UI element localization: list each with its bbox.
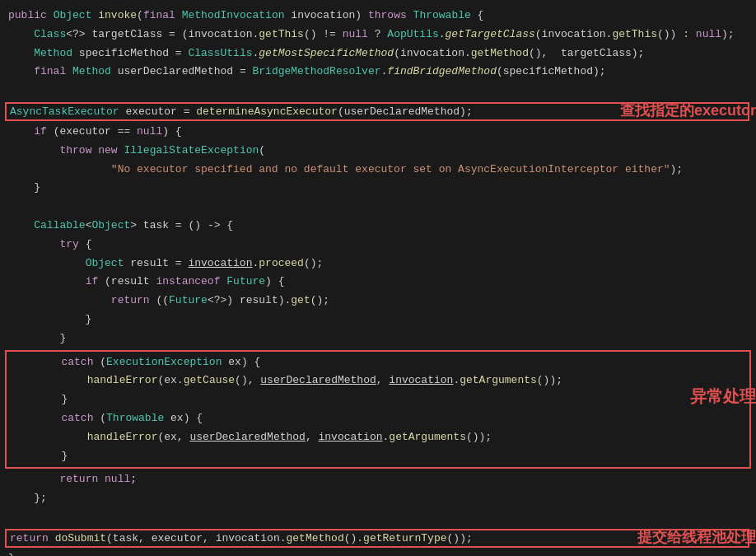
- code-line-16: return ((Future<?>) result).get();: [0, 292, 756, 311]
- code-line-7: if (executor == null) {: [0, 123, 756, 142]
- annotation-submit: 提交给线程池处理: [637, 527, 756, 547]
- code-line-8: throw new IllegalStateException(: [0, 142, 756, 161]
- submit-highlight-row: return doSubmit(task, executor, invocati…: [5, 529, 751, 548]
- code-line-18: }: [0, 329, 756, 348]
- code-line-1: public Object invoke(final MethodInvocat…: [0, 7, 756, 26]
- code-line-23: handleError(ex, userDeclaredMethod, invo…: [10, 428, 746, 447]
- code-line-22: catch (Throwable ex) {: [10, 409, 746, 428]
- code-line-19: catch (ExecutionException ex) {: [10, 353, 746, 372]
- catch-highlight-row: catch (ExecutionException ex) { handleEr…: [5, 350, 751, 470]
- code-line-10: }: [0, 179, 756, 198]
- code-line-17: }: [0, 311, 756, 329]
- code-line-15: if (result instanceof Future) {: [0, 273, 756, 292]
- code-line-4: final Method userDeclaredMethod = Bridge…: [0, 63, 756, 82]
- executor-highlight-row: AsyncTaskExecutor executor = determineAs…: [5, 102, 751, 121]
- catch-box: catch (ExecutionException ex) { handleEr…: [5, 350, 751, 470]
- code-line-9: "No executor specified and no default ex…: [0, 161, 756, 180]
- code-line-27: [0, 508, 756, 527]
- annotation-catch: 异常处理: [690, 385, 756, 408]
- code-line-25: return null;: [0, 470, 756, 489]
- code-line-2: Class<?> targetClass = (invocation.getTh…: [0, 26, 756, 44]
- code-line-14: Object result = invocation.proceed();: [0, 255, 756, 273]
- code-line-5: [0, 82, 756, 100]
- code-line-11: [0, 198, 756, 217]
- code-container: public Object invoke(final MethodInvocat…: [0, 0, 756, 556]
- code-line-24: }: [10, 447, 746, 466]
- code-line-13: try {: [0, 236, 756, 255]
- code-line-3: Method specificMethod = ClassUtils.getMo…: [0, 44, 756, 63]
- code-line-12: Callable<Object> task = () -> {: [0, 217, 756, 236]
- code-line-29: }: [0, 549, 756, 556]
- code-line-26: };: [0, 489, 756, 508]
- code-line-21: }: [10, 390, 746, 409]
- annotation-executor: 查找指定的executor: [620, 100, 756, 120]
- code-line-20: handleError(ex.getCause(), userDeclaredM…: [10, 371, 746, 390]
